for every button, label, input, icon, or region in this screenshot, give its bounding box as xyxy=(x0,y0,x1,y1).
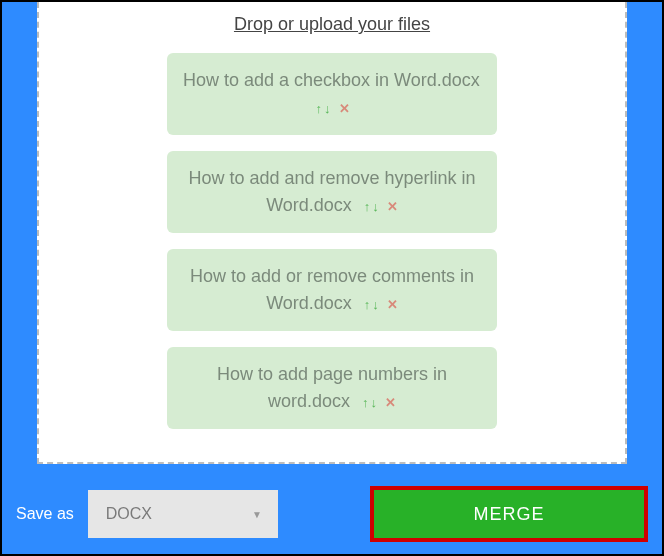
remove-file-icon[interactable]: ✕ xyxy=(339,101,350,116)
move-down-icon[interactable]: ↓ xyxy=(372,199,379,214)
file-list: How to add a checkbox in Word.docx ↑↓ ✕ … xyxy=(59,53,605,429)
file-controls: ↑↓ ✕ xyxy=(314,97,349,117)
remove-file-icon[interactable]: ✕ xyxy=(387,297,398,312)
move-up-icon[interactable]: ↑ xyxy=(315,101,322,116)
upload-panel: Drop or upload your files How to add a c… xyxy=(37,2,627,464)
file-name: How to add page numbers in word.docx xyxy=(217,364,447,411)
move-up-icon[interactable]: ↑ xyxy=(364,199,371,214)
move-up-icon[interactable]: ↑ xyxy=(362,395,369,410)
format-value: DOCX xyxy=(106,505,152,523)
format-select[interactable]: DOCX ▼ xyxy=(88,490,278,538)
remove-file-icon[interactable]: ✕ xyxy=(387,199,398,214)
remove-file-icon[interactable]: ✕ xyxy=(385,395,396,410)
file-item: How to add and remove hyperlink in Word.… xyxy=(167,151,497,233)
merge-button[interactable]: MERGE xyxy=(374,490,644,538)
chevron-down-icon: ▼ xyxy=(252,509,262,520)
bottom-bar: Save as DOCX ▼ MERGE xyxy=(2,486,662,542)
file-name: How to add a checkbox in Word.docx xyxy=(183,70,480,90)
file-item: How to add page numbers in word.docx ↑↓ … xyxy=(167,347,497,429)
save-as-label: Save as xyxy=(16,505,74,523)
move-up-icon[interactable]: ↑ xyxy=(364,297,371,312)
move-down-icon[interactable]: ↓ xyxy=(371,395,378,410)
move-down-icon[interactable]: ↓ xyxy=(372,297,379,312)
file-item: How to add a checkbox in Word.docx ↑↓ ✕ xyxy=(167,53,497,135)
file-name: How to add or remove comments in Word.do… xyxy=(190,266,474,313)
file-name: How to add and remove hyperlink in Word.… xyxy=(188,168,475,215)
file-controls: ↑↓ ✕ xyxy=(363,293,398,313)
merge-highlight: MERGE xyxy=(370,486,648,542)
file-item: How to add or remove comments in Word.do… xyxy=(167,249,497,331)
file-controls: ↑↓ ✕ xyxy=(361,391,396,411)
upload-link[interactable]: Drop or upload your files xyxy=(59,14,605,35)
move-down-icon[interactable]: ↓ xyxy=(324,101,331,116)
file-controls: ↑↓ ✕ xyxy=(363,195,398,215)
